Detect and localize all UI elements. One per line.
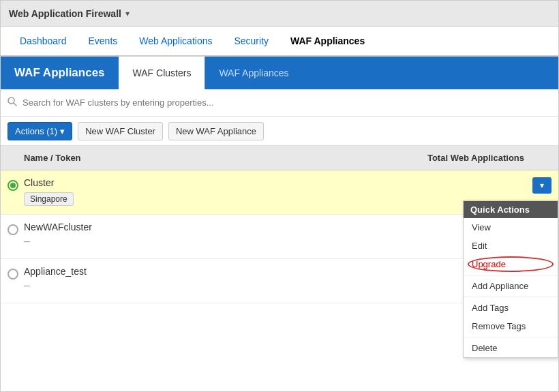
tab-waf-clusters[interactable]: WAF Clusters [119,57,205,89]
actions-row: Actions (1) ▾ New WAF Cluster New WAF Ap… [1,117,558,145]
nav-item-waf-appliances[interactable]: WAF Appliances [280,27,376,55]
chevron-down-icon[interactable]: ▾ [125,9,130,18]
nav-item-dashboard[interactable]: Dashboard [9,27,78,55]
menu-divider-2 [464,297,558,297]
menu-item-add-tags[interactable]: Add Tags [464,299,558,317]
menu-divider [464,275,558,275]
col-total-header: Total Web Applications [415,153,552,163]
nav-item-events[interactable]: Events [78,27,129,55]
tab-waf-appliances[interactable]: WAF Appliances [205,57,302,89]
menu-item-view[interactable]: View [464,218,558,237]
table-container: Name / Token Total Web Applications Clus… [1,145,558,303]
search-icon [7,97,17,108]
top-bar: Web Application Firewall ▾ [1,1,558,27]
quick-actions-menu-header: Quick Actions [464,201,558,218]
col-name-header: Name / Token [7,153,415,163]
page-header: WAF Appliances WAF Clusters WAF Applianc… [1,57,558,89]
nav-item-web-applications[interactable]: Web Applications [128,27,223,55]
chevron-down-icon: ▾ [60,126,65,136]
table-header: Name / Token Total Web Applications [1,146,558,170]
search-bar [1,89,558,117]
new-waf-cluster-button[interactable]: New WAF Cluster [78,122,163,140]
svg-line-1 [14,103,16,106]
table-row[interactable]: Cluster Singapore ▾ Quick Actions View E… [1,170,558,215]
menu-item-delete[interactable]: Delete [464,339,558,357]
radio-selected[interactable] [7,179,21,191]
nav-bar: Dashboard Events Web Applications Securi… [1,27,558,57]
radio-empty-2[interactable] [7,267,21,282]
newwafcluster-dash: – [24,235,30,247]
menu-divider-3 [464,337,558,337]
menu-item-remove-tags[interactable]: Remove Tags [464,317,558,335]
top-bar-title: Web Application Firewall [9,8,121,19]
actions-button[interactable]: Actions (1) ▾ [7,122,72,140]
quick-actions-button[interactable]: ▾ [532,177,552,194]
menu-item-add-appliance[interactable]: Add Appliance [464,277,558,295]
menu-item-edit[interactable]: Edit [464,237,558,255]
appliance-test-dash: – [24,280,30,291]
quick-actions-menu: Quick Actions View Edit Upgrade Add Appl… [463,200,558,358]
search-input[interactable] [22,97,552,108]
menu-item-upgrade[interactable]: Upgrade [464,255,558,273]
radio-empty[interactable] [7,223,21,237]
cluster-name: Cluster [24,177,552,188]
cluster-tag: Singapore [24,192,74,206]
page-title: WAF Appliances [1,57,119,89]
new-waf-appliance-button[interactable]: New WAF Appliance [168,122,264,140]
nav-item-security[interactable]: Security [223,27,280,55]
